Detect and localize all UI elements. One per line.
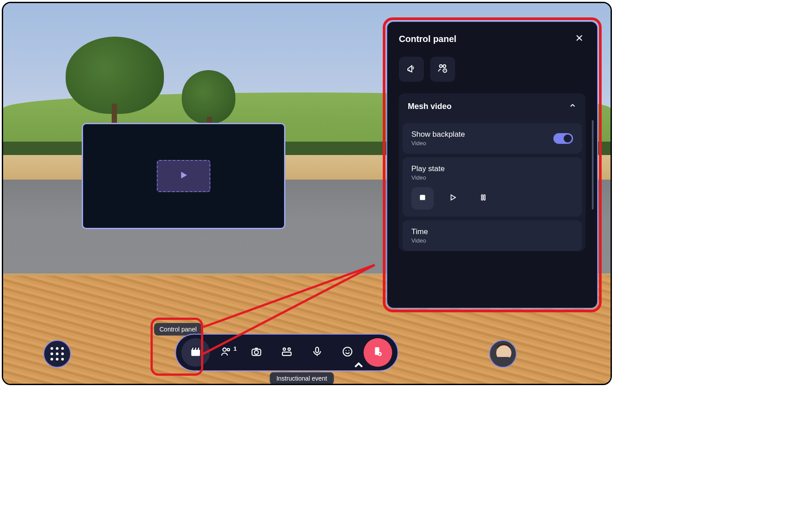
pause-icon — [479, 193, 488, 204]
app-viewport: Control panel 1 — [2, 2, 612, 385]
setting-sublabel: Video — [411, 237, 573, 244]
svg-rect-7 — [316, 347, 319, 352]
emoji-icon — [342, 346, 353, 359]
people-mute-icon — [437, 63, 448, 76]
setting-play-state: Play state Video — [402, 157, 582, 217]
mesh-video-screen[interactable] — [82, 123, 285, 229]
leave-icon — [372, 346, 384, 359]
mute-all-button[interactable] — [430, 57, 455, 82]
section-title: Mesh video — [408, 102, 452, 111]
svg-rect-18 — [420, 195, 425, 200]
participants-count: 1 — [234, 345, 237, 352]
svg-point-4 — [283, 348, 285, 350]
play-icon — [178, 169, 189, 183]
play-icon — [448, 193, 457, 204]
participants-button[interactable]: 1 — [212, 338, 240, 367]
control-panel-button[interactable] — [181, 338, 210, 367]
setting-sublabel: Video — [411, 140, 465, 147]
play-button[interactable] — [442, 187, 464, 210]
reactions-button[interactable] — [333, 338, 362, 367]
stop-icon — [418, 193, 427, 204]
microphone-button[interactable] — [303, 338, 331, 367]
svg-point-10 — [348, 350, 349, 351]
svg-point-15 — [439, 65, 442, 67]
video-placeholder[interactable] — [157, 160, 210, 192]
setting-label: Time — [411, 227, 573, 236]
svg-rect-19 — [481, 195, 483, 200]
stop-button[interactable] — [411, 187, 434, 210]
share-button[interactable] — [272, 338, 301, 367]
setting-time: Time Video — [402, 220, 582, 251]
leave-button[interactable] — [364, 338, 392, 367]
panel-title: Control panel — [399, 34, 456, 44]
svg-point-5 — [288, 348, 290, 350]
avatar-button[interactable] — [489, 340, 517, 368]
svg-point-16 — [443, 65, 446, 67]
apps-grid-icon — [50, 347, 64, 361]
show-backplate-toggle[interactable] — [553, 133, 573, 144]
setting-label: Play state — [411, 164, 573, 173]
megaphone-icon — [406, 63, 417, 76]
panel-scrollbar[interactable] — [592, 120, 594, 210]
clapperboard-icon — [190, 346, 201, 359]
svg-point-0 — [223, 348, 226, 352]
people-icon — [220, 346, 232, 359]
event-caption: Instructional event — [270, 372, 334, 385]
svg-rect-6 — [282, 352, 291, 356]
svg-point-9 — [346, 350, 347, 351]
main-toolbar: 1 — [175, 334, 398, 371]
close-button[interactable] — [573, 33, 586, 45]
setting-label: Show backplate — [411, 130, 465, 139]
svg-point-8 — [343, 347, 352, 356]
chevron-up-icon — [569, 101, 577, 111]
close-icon — [575, 34, 584, 44]
microphone-icon — [311, 346, 323, 359]
camera-icon — [251, 346, 262, 359]
camera-button[interactable] — [242, 338, 271, 367]
svg-point-3 — [255, 350, 259, 354]
svg-rect-20 — [484, 195, 485, 200]
screenshare-icon — [281, 346, 293, 359]
chevron-up-icon — [353, 359, 356, 362]
setting-show-backplate: Show backplate Video — [402, 123, 582, 154]
control-panel: Control panel Mesh video Show backplate … — [386, 21, 598, 309]
section-mesh-video: Mesh video Show backplate Video Play sta… — [399, 93, 586, 251]
megaphone-button[interactable] — [399, 57, 424, 82]
app-menu-button[interactable] — [43, 340, 71, 368]
pause-button[interactable] — [472, 187, 494, 210]
svg-point-1 — [227, 348, 230, 351]
setting-sublabel: Video — [411, 174, 573, 181]
section-header-mesh-video[interactable]: Mesh video — [399, 93, 586, 119]
